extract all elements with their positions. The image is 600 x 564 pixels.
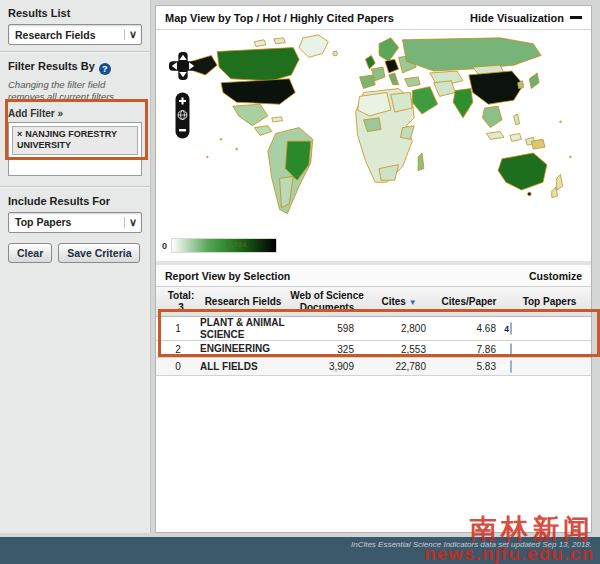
sidebar: Results List Research Fields ∨ Filter Re… [0, 0, 151, 533]
filter-box: ×NANJING FORESTRY UNIVERSITY [8, 122, 142, 176]
results-list-label: Results List [8, 7, 142, 19]
top-papers-value: 25 [500, 361, 509, 372]
row-cites: 2,553 [368, 344, 430, 355]
save-criteria-button[interactable]: Save Criteria [58, 243, 140, 263]
include-results-select[interactable]: Top Papers ∨ [8, 212, 142, 233]
results-list-value: Research Fields [15, 29, 96, 41]
legend-max-label: 2,734 [226, 240, 246, 249]
row-rank: 1 [156, 323, 200, 334]
top-papers-bar: 25 [510, 360, 512, 373]
app-window: Results List Research Fields ∨ Filter Re… [0, 0, 600, 564]
row-rank: 2 [156, 344, 200, 355]
results-list-select[interactable]: Research Fields ∨ [8, 24, 142, 45]
visualization-header: Map View by Top / Hot / Highly Cited Pap… [156, 6, 591, 30]
row-rank: 0 [156, 361, 200, 372]
sidebar-buttons: Clear Save Criteria [8, 243, 142, 263]
column-top-papers[interactable]: Top Papers [508, 296, 591, 308]
minus-icon [570, 16, 582, 19]
filter-tag[interactable]: ×NANJING FORESTRY UNIVERSITY [12, 126, 138, 155]
add-filter-link[interactable]: Add Filter » [8, 108, 142, 119]
column-wos-documents[interactable]: Web of Science Documents [286, 290, 368, 313]
report-header: Report View by Selection Customize [156, 265, 591, 287]
include-results-label: Include Results For [8, 195, 142, 207]
world-map-area: 0 2,734 [156, 30, 591, 265]
row-field[interactable]: ENGINEERING [200, 343, 286, 355]
help-icon[interactable]: ? [99, 63, 111, 75]
chevron-down-icon: ∨ [124, 29, 137, 40]
row-docs: 325 [286, 344, 368, 355]
remove-filter-icon[interactable]: × [17, 129, 22, 139]
filter-section: Filter Results By? Changing the filter f… [0, 53, 150, 182]
legend-gradient-bar: 2,734 [171, 238, 277, 253]
zoom-out-icon [179, 129, 186, 131]
table-row[interactable]: 2 ENGINEERING 325 2,553 7.86 9 [156, 341, 591, 358]
table-row[interactable]: 0 ALL FIELDS 3,909 22,780 5.83 25 [156, 358, 591, 376]
column-cites-sort[interactable]: Cites ▼ [368, 296, 430, 308]
row-cites: 2,800 [368, 323, 430, 334]
map-zoom-control[interactable] [175, 92, 190, 143]
row-cites-per-paper: 5.83 [430, 361, 508, 372]
top-papers-value: 9 [504, 344, 509, 355]
customize-link[interactable]: Customize [529, 270, 582, 282]
row-docs: 598 [286, 323, 368, 334]
watermark-chinese-title: 南林新闻 [424, 516, 594, 543]
total-header: Total: 3 [156, 290, 200, 313]
filter-tag-label: NANJING FORESTRY UNIVERSITY [17, 129, 117, 151]
table-row[interactable]: 1 PLANT & ANIMAL SCIENCE 598 2,800 4.68 … [156, 317, 591, 341]
legend-min-label: 0 [162, 241, 167, 251]
map-pan-control[interactable] [169, 52, 197, 84]
map-legend: 0 2,734 [162, 238, 277, 253]
main-panel: Map View by Top / Hot / Highly Cited Pap… [155, 5, 592, 533]
row-field[interactable]: ALL FIELDS [200, 361, 286, 373]
filter-by-label: Filter Results By? [8, 60, 142, 75]
row-cites: 22,780 [368, 361, 430, 372]
watermark-url: news.njfu.edu.cn [424, 544, 594, 563]
chevron-down-icon: ∨ [124, 217, 137, 228]
sort-desc-icon: ▼ [409, 298, 417, 307]
world-choropleth-map[interactable] [178, 32, 588, 232]
table-header-row: Total: 3 Research Fields Web of Science … [156, 287, 591, 317]
include-results-value: Top Papers [15, 216, 71, 228]
filter-note: Changing the filter field removes all cu… [8, 79, 142, 103]
report-title: Report View by Selection [165, 270, 290, 282]
top-papers-bar: 9 [510, 343, 512, 356]
row-cites-per-paper: 4.68 [430, 323, 508, 334]
row-docs: 3,909 [286, 361, 368, 372]
hide-visualization-button[interactable]: Hide Visualization [470, 12, 582, 24]
column-cites-per-paper[interactable]: Cites/Paper [430, 296, 508, 308]
top-papers-bar: 4 [510, 322, 512, 335]
top-papers-value: 4 [504, 323, 509, 334]
results-list-section: Results List Research Fields ∨ [0, 0, 150, 51]
map-view-title: Map View by Top / Hot / Highly Cited Pap… [165, 12, 394, 24]
include-results-section: Include Results For Top Papers ∨ Clear S… [0, 188, 150, 269]
watermark: 南林新闻 news.njfu.edu.cn [424, 516, 594, 563]
row-field[interactable]: PLANT & ANIMAL SCIENCE [200, 317, 286, 340]
column-research-fields[interactable]: Research Fields [200, 296, 286, 308]
clear-button[interactable]: Clear [8, 243, 52, 263]
report-table: Total: 3 Research Fields Web of Science … [156, 287, 591, 376]
row-cites-per-paper: 7.86 [430, 344, 508, 355]
